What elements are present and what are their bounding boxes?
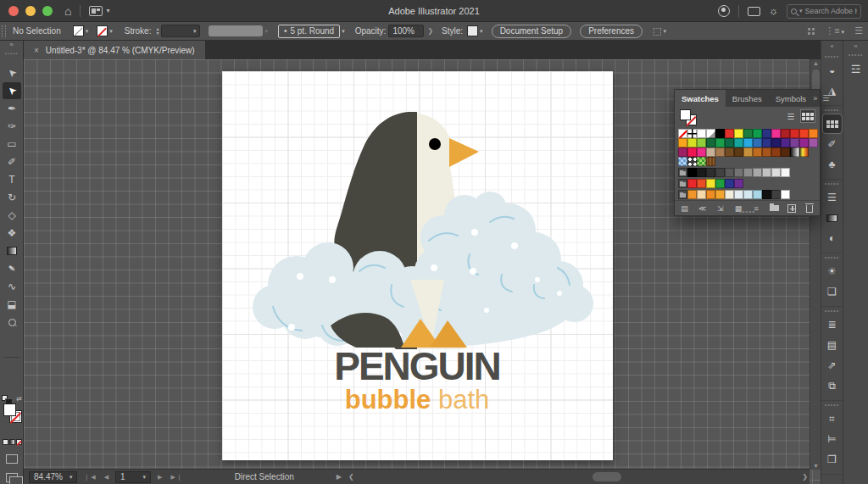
document-tab[interactable]: × Untitled-3* @ 84.47 % (CMYK/Preview) (24, 41, 205, 59)
panel-collapse-icon[interactable]: » (813, 94, 817, 103)
artboard[interactable]: PENGUIN bubble bath (222, 71, 613, 460)
swatch-color[interactable] (771, 190, 781, 199)
swatch-color[interactable] (706, 168, 715, 177)
swatch-color[interactable] (790, 138, 799, 147)
swatch-color[interactable] (715, 190, 725, 199)
swatch-color[interactable] (687, 168, 697, 177)
last-artboard-button[interactable]: ▶❘ (170, 474, 183, 481)
screen-mode-button[interactable] (6, 473, 18, 482)
swatch-color[interactable] (743, 147, 753, 157)
list-view-button[interactable]: ☰ (784, 110, 798, 122)
swatches-panel-icon[interactable] (823, 114, 842, 133)
properties-panel-icon[interactable]: ☲ (847, 59, 865, 78)
tab-brushes[interactable]: Brushes (726, 90, 769, 107)
layers-panel-icon[interactable]: ≣ (823, 315, 842, 334)
swatch-color[interactable] (725, 138, 734, 147)
panel-resize-grip[interactable]: ••••• (739, 209, 755, 214)
stroke-weight-stepper[interactable]: ▴▾ (156, 27, 159, 36)
swatch-color[interactable] (734, 129, 743, 138)
curvature-tool[interactable]: ✑ (3, 118, 21, 135)
horizontal-scrollbar[interactable]: ❮ ❯ (347, 470, 810, 484)
swatch-color[interactable] (697, 190, 706, 199)
drag-grip[interactable]: ••••• (821, 54, 843, 59)
swatch-color[interactable] (762, 138, 771, 147)
isolate-selected-icon[interactable]: ⬚ (653, 25, 661, 36)
close-tab-icon[interactable]: × (34, 46, 39, 55)
none-mode-button[interactable] (16, 439, 22, 445)
swatch-color[interactable] (743, 138, 753, 147)
swatch-color[interactable] (697, 138, 706, 147)
grid-view-button[interactable] (801, 110, 815, 122)
swatch-color[interactable] (706, 147, 715, 157)
swatch-color[interactable] (715, 168, 725, 177)
swatch-color[interactable] (762, 168, 771, 177)
swatch-libraries-menu-button[interactable]: ▤ (680, 203, 689, 214)
color-group-folder-icon[interactable] (678, 168, 687, 177)
swatch-color[interactable] (799, 138, 809, 147)
collapse-dock-icon[interactable]: « (821, 41, 843, 53)
swatch-color[interactable] (762, 129, 771, 138)
swatch-color[interactable] (734, 147, 743, 157)
swatch-color[interactable] (762, 147, 771, 157)
discover-lightbulb-icon[interactable]: ☼ (769, 5, 778, 17)
swatch-color[interactable] (706, 190, 715, 199)
pathfinder-panel-icon[interactable]: ❐ (823, 450, 842, 469)
workspace-menu-icon[interactable]: ☰ (854, 25, 863, 36)
horizontal-scroll-thumb[interactable] (593, 472, 621, 481)
swatch-color[interactable] (753, 129, 762, 138)
swatch-color[interactable] (715, 147, 725, 157)
color-mode-button[interactable] (3, 439, 8, 445)
swatch-color[interactable] (706, 138, 715, 147)
first-artboard-button[interactable]: ❘◀ (84, 474, 97, 481)
close-window-button[interactable] (8, 6, 19, 16)
style-swatch[interactable] (467, 25, 478, 36)
type-tool[interactable]: T (3, 171, 21, 188)
transparency-panel-icon[interactable]: ◐ (823, 229, 842, 248)
rectangle-tool[interactable]: ▭ (3, 136, 21, 153)
swatch-color[interactable] (771, 138, 781, 147)
tab-swatches[interactable]: Swatches (675, 90, 726, 107)
artboard-tool[interactable]: ⬓ (3, 296, 21, 313)
swatch-color[interactable] (771, 129, 781, 138)
graphic-styles-panel-icon[interactable]: ❏ (823, 282, 842, 301)
swatch-color[interactable] (734, 190, 743, 199)
zoom-tool[interactable] (3, 314, 21, 331)
selection-tool[interactable]: ➤ (3, 64, 21, 81)
swatch-color[interactable] (678, 147, 687, 157)
search-help-input[interactable]: ▾ Search Adobe Help (787, 4, 861, 19)
swatch-color[interactable] (687, 179, 697, 188)
drag-grip[interactable]: ••••• (821, 403, 843, 408)
swatch-registration[interactable] (687, 129, 697, 138)
next-artboard-button[interactable]: ▶ (158, 474, 164, 481)
variable-width-profile-dropdown[interactable] (209, 25, 263, 36)
document-setup-button[interactable]: Document Setup (492, 25, 572, 38)
arrange-documents-icon[interactable]: ⋮≡▾ (825, 25, 844, 36)
swatch-color[interactable] (743, 168, 753, 177)
swatch-color[interactable] (725, 190, 734, 199)
chevron-down-icon[interactable]: ▾ (106, 7, 109, 14)
account-icon[interactable] (718, 5, 730, 17)
minimize-window-button[interactable] (25, 6, 36, 16)
swatch-color[interactable] (734, 168, 743, 177)
swatch-color[interactable] (790, 129, 799, 138)
swatch-gradient[interactable] (790, 147, 799, 157)
swatch-themes-button[interactable]: ⇲ (715, 203, 725, 214)
brushes-panel-icon[interactable]: ✐ (823, 135, 842, 153)
drawing-mode-button[interactable] (6, 454, 18, 464)
swatch-color[interactable] (809, 129, 818, 138)
swatch-color[interactable] (799, 129, 809, 138)
new-color-group-button[interactable] (770, 203, 779, 214)
swatch-pattern[interactable] (678, 157, 687, 166)
swatch-color[interactable] (734, 179, 743, 188)
swatch-color[interactable] (781, 129, 790, 138)
swatch-color[interactable] (697, 147, 706, 157)
collapse-dock-icon[interactable]: « (843, 41, 868, 53)
swatch-color[interactable] (753, 168, 762, 177)
links-panel-icon[interactable]: ⧉ (823, 376, 842, 395)
swatch-color[interactable] (715, 179, 725, 188)
previous-artboard-button[interactable]: ◀ (104, 474, 110, 481)
default-fill-stroke-icon[interactable] (2, 395, 8, 401)
drag-grip[interactable]: ••••• (821, 255, 843, 260)
opacity-field[interactable]: 100% (388, 25, 424, 37)
chevron-down-icon[interactable]: ▾ (109, 28, 113, 35)
